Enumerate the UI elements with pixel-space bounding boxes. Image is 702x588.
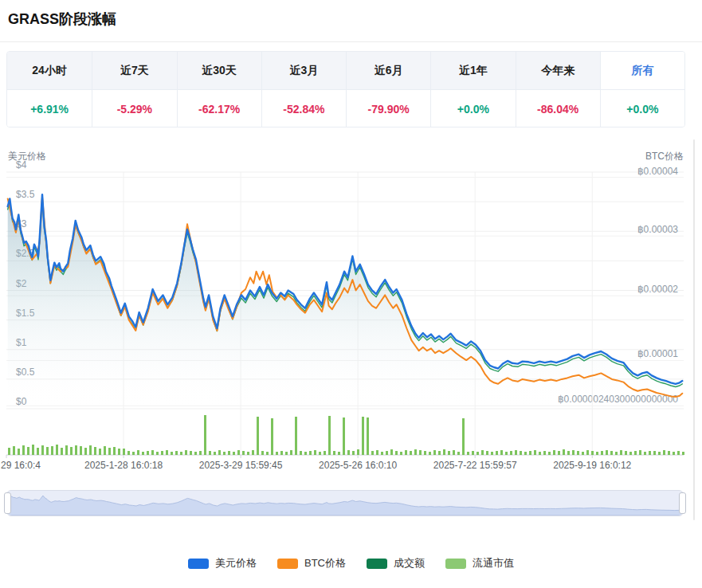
volume-bar	[448, 451, 450, 455]
period-change-value-0: +6.91%	[7, 90, 92, 127]
volume-bar	[438, 451, 441, 455]
left-axis-tick: $4	[16, 159, 27, 171]
volume-bar	[577, 451, 579, 455]
volume-bar	[113, 447, 116, 455]
navigator-right-handle[interactable]	[679, 492, 686, 514]
chart-navigator[interactable]	[6, 490, 684, 516]
volume-bar	[524, 452, 527, 455]
volume-bar	[295, 417, 297, 455]
period-tab-3[interactable]: 近3月	[261, 52, 346, 90]
volume-bar	[424, 451, 426, 455]
legend-item-0[interactable]: 美元价格	[188, 556, 257, 570]
volume-bar	[132, 452, 135, 455]
volume-bar	[601, 451, 603, 455]
volume-bar	[161, 451, 163, 455]
legend-swatch	[188, 559, 209, 569]
period-change-value-4: -79.90%	[346, 90, 430, 127]
volume-bar	[386, 451, 388, 455]
volume-bar	[333, 451, 335, 455]
volume-bar	[472, 451, 474, 455]
volume-bar	[223, 452, 226, 455]
volume-bar	[496, 451, 498, 455]
volume-bar	[481, 450, 484, 455]
volume-bar	[237, 450, 240, 455]
period-change-value-6: -86.04%	[516, 90, 600, 127]
volume-bar	[175, 451, 178, 455]
volume-bar	[419, 450, 422, 455]
volume-bar	[476, 452, 479, 455]
volume-bar	[118, 449, 120, 455]
legend-item-1[interactable]: BTC价格	[277, 556, 346, 570]
period-tab-0[interactable]: 24小时	[7, 52, 92, 90]
period-tab-4[interactable]: 近6月	[346, 52, 430, 90]
period-change-value-1: -5.29%	[92, 90, 176, 127]
volume-bar	[534, 450, 536, 455]
legend-item-3[interactable]: 流通市值	[445, 556, 514, 570]
volume-bar	[491, 452, 493, 455]
volume-bar	[515, 450, 517, 455]
volume-bar	[677, 451, 680, 455]
right-axis-tick: ฿0.00003	[637, 224, 678, 235]
volume-bar	[204, 415, 206, 455]
period-tab-6[interactable]: 今年来	[516, 52, 600, 90]
volume-bar	[400, 452, 402, 455]
volume-bar	[304, 452, 307, 455]
price-chart-canvas[interactable]: $4$3.5$3$2.5$2$1.5$1$0.5$0฿0.00004฿0.000…	[0, 135, 702, 478]
period-tab-1[interactable]: 近7天	[92, 52, 176, 90]
volume-bar	[367, 417, 369, 455]
volume-bar	[75, 445, 77, 455]
volume-bar	[505, 452, 508, 455]
period-tab-7[interactable]: 所有	[600, 52, 684, 90]
volume-bar	[362, 417, 364, 455]
volume-bar	[276, 452, 278, 455]
volume-bar	[343, 417, 345, 455]
volume-bar	[486, 451, 488, 455]
chart-legend: 美元价格BTC价格成交额流通市值	[0, 556, 702, 570]
volume-bar	[80, 446, 82, 455]
x-axis-date-label: 2025-3-29 15:59:45	[199, 460, 283, 471]
volume-bar	[89, 445, 92, 455]
volume-bar	[405, 450, 407, 455]
navigator-mini-chart[interactable]	[7, 491, 683, 515]
volume-bar	[634, 451, 637, 455]
volume-bar	[563, 449, 565, 455]
volume-bar	[261, 451, 264, 455]
volume-bar	[395, 451, 398, 455]
volume-bar	[290, 450, 292, 455]
volume-bar	[127, 451, 130, 455]
volume-bar	[500, 450, 503, 455]
volume-bar	[266, 452, 269, 455]
volume-bar	[319, 452, 321, 455]
volume-bar	[352, 451, 355, 455]
volume-bar	[314, 450, 316, 455]
title-divider	[0, 41, 702, 42]
volume-bar	[46, 447, 49, 455]
period-tab-5[interactable]: 近1年	[430, 52, 515, 90]
volume-bar	[572, 450, 575, 455]
legend-swatch	[445, 559, 466, 569]
vertical-scrollbar[interactable]	[693, 139, 695, 520]
volume-bar	[529, 451, 531, 455]
volume-bar	[108, 448, 111, 455]
volume-bar	[185, 450, 187, 455]
volume-bar	[27, 447, 29, 455]
volume-bar	[156, 452, 159, 455]
volume-bar	[586, 450, 589, 455]
period-tab-2[interactable]: 近30天	[177, 52, 261, 90]
period-change-value-5: +0.0%	[430, 90, 515, 127]
volume-bar	[610, 451, 613, 455]
volume-bar	[94, 447, 96, 455]
navigator-area	[7, 496, 683, 515]
volume-bar	[371, 451, 374, 455]
volume-bar	[639, 450, 641, 455]
volume-bar	[61, 448, 63, 455]
x-axis-date-label: 29 16:0:4	[1, 460, 41, 471]
volume-bar	[18, 449, 20, 455]
legend-label: 流通市值	[473, 556, 514, 570]
volume-bar	[257, 417, 259, 455]
volume-bar	[539, 452, 541, 455]
volume-bar	[668, 451, 670, 455]
legend-item-2[interactable]: 成交额	[367, 556, 425, 570]
volume-bar	[328, 416, 331, 455]
navigator-left-handle[interactable]	[4, 492, 11, 514]
